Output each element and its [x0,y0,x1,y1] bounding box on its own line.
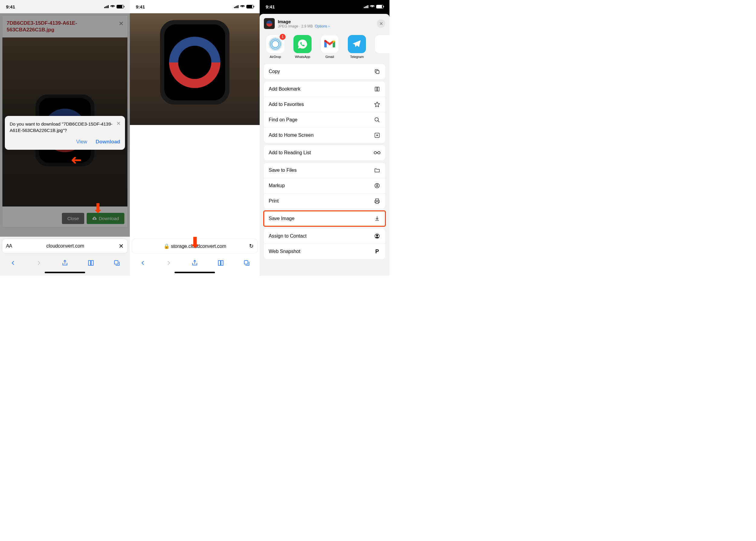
share-apps-row: 1 AirDrop WhatsApp Gmail Telegram [260,32,389,64]
status-icons [234,5,254,8]
tabs-icon[interactable] [113,259,121,267]
annotation-arrow-1: ➜ [71,153,82,169]
search-icon [374,117,380,123]
telegram-app[interactable]: Telegram [346,35,369,59]
forward-icon [35,259,43,267]
glasses-icon [374,150,380,156]
svg-point-6 [378,152,380,154]
status-icons [104,5,124,8]
save-image-action[interactable]: Save Image [264,211,385,226]
svg-rect-1 [244,261,248,264]
share-icon[interactable] [61,259,69,267]
find-page-action[interactable]: Find on Page [264,112,385,127]
bookmarks-icon[interactable] [217,259,224,267]
add-bookmark-action[interactable]: Add Bookmark [264,82,385,97]
airdrop-app[interactable]: 1 AirDrop [264,35,287,59]
airdrop-icon: 1 [266,35,285,53]
battery-icon [117,5,124,8]
gmail-icon [321,35,339,53]
forward-icon [165,259,172,267]
status-time: 9:41 [6,4,15,9]
book-icon [374,86,380,92]
wifi-icon [110,5,115,8]
svg-point-9 [377,235,378,236]
status-time: 9:41 [136,4,145,9]
save-image-highlight: Save Image [264,211,385,226]
reading-list-action[interactable]: Add to Reading List [264,145,385,160]
add-favorites-action[interactable]: Add to Favorites [264,97,385,112]
add-home-action[interactable]: Add to Home Screen [264,127,385,143]
safari-toolbar [130,256,260,270]
contact-icon [374,233,380,240]
whatsapp-app[interactable]: WhatsApp [291,35,314,59]
image-viewer[interactable] [130,13,260,125]
refresh-icon[interactable]: ↻ [249,243,254,250]
close-share-button[interactable]: ✕ [377,19,385,28]
signal-icon [234,5,239,8]
more-app[interactable] [373,35,389,59]
text-size-icon[interactable]: AA [6,243,12,249]
drive-icon [375,35,389,53]
copy-action[interactable]: Copy [264,64,385,79]
plus-square-icon [374,132,380,139]
print-action[interactable]: Print [264,193,385,209]
url-bar[interactable]: AA cloudconvert.com ✕ [2,239,127,253]
dialog-message: Do you want to download "7DB6CDE3-15DF-4… [10,121,120,134]
signal-icon [364,5,369,8]
share-thumbnail [264,18,275,29]
signal-icon [104,5,109,8]
web-snapshot-action[interactable]: Web SnapshotP [264,244,385,259]
gmail-app[interactable]: Gmail [318,35,341,59]
airdrop-badge: 1 [280,34,286,40]
page-content: 7DB6CDE3-15DF-4139-A61E-563CBA226C1B.jpg… [0,13,130,237]
share-title: Image [278,19,330,24]
view-button[interactable]: View [76,139,87,145]
download-icon [374,215,380,222]
status-icons [364,5,383,8]
save-files-action[interactable]: Save to Files [264,163,385,178]
home-indicator [45,272,85,273]
screen-2-image-view: 9:41 ⬇ 🔒 storage.cloudconvert.com ↻ [130,0,260,275]
share-header: Image JPEG Image · 2.9 MB Options › ✕ [260,14,389,32]
share-sheet: Image JPEG Image · 2.9 MB Options › ✕ 1 … [260,14,389,275]
dialog-actions: View Download [10,139,120,145]
dialog-download-button[interactable]: Download [96,139,120,145]
url-text: cloudconvert.com [12,243,119,249]
clear-icon[interactable]: ✕ [119,243,124,250]
back-icon[interactable] [9,259,17,267]
whatsapp-icon [294,35,312,53]
status-bar: 9:41 [260,0,389,13]
svg-rect-2 [376,71,379,74]
wifi-icon [370,5,375,8]
battery-icon [246,5,254,8]
screen-3-share-sheet: 9:41 Image JPEG Image · 2.9 MB Options ›… [260,0,389,275]
download-dialog: ✕ Do you want to download "7DB6CDE3-15DF… [5,116,125,150]
svg-rect-0 [114,261,118,264]
wifi-icon [240,5,245,8]
annotation-arrow-3: ⬇ [189,234,201,252]
battery-icon [376,5,383,8]
status-bar: 9:41 [130,0,260,13]
home-indicator [175,272,215,273]
dialog-close-icon[interactable]: ✕ [116,120,121,127]
bookmarks-icon[interactable] [87,259,95,267]
markup-icon [374,182,380,189]
svg-point-5 [374,152,377,154]
tabs-icon[interactable] [243,259,250,267]
copy-icon [374,68,380,75]
back-icon[interactable] [139,259,146,267]
assign-contact-action[interactable]: Assign to Contact [264,229,385,244]
folder-icon [374,167,380,174]
snapshot-icon: P [374,248,380,255]
share-icon[interactable] [191,259,198,267]
share-actions: Copy Add Bookmark Add to Favorites Find … [260,64,389,275]
status-bar: 9:41 [0,0,130,13]
share-meta: JPEG Image · 2.9 MB Options › [278,24,330,28]
status-time: 9:41 [266,4,275,9]
telegram-icon [348,35,366,53]
options-link[interactable]: Options › [315,24,330,28]
annotation-arrow-2: ⬇ [92,201,104,216]
svg-point-3 [375,118,378,121]
printer-icon [374,198,380,205]
markup-action[interactable]: Markup [264,178,385,193]
